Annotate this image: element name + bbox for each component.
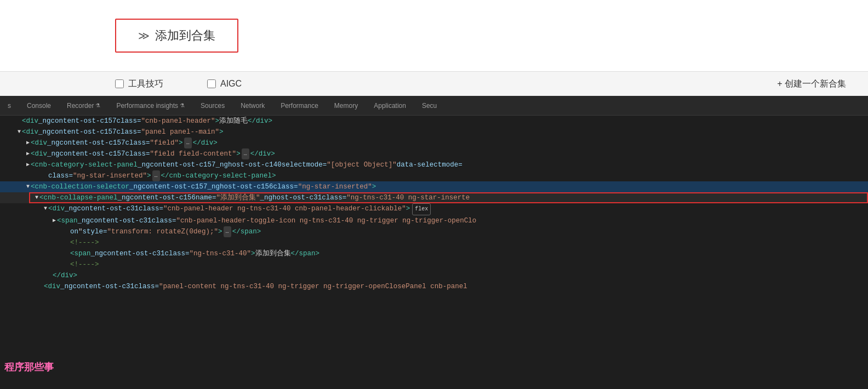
tag-div-header: <div [22, 116, 38, 127]
code-line-15[interactable]: </div> [0, 270, 868, 281]
code-line-4[interactable]: ▶ <div _ngcontent-ost-c157 class="field … [0, 148, 868, 159]
collapse-arrow-9[interactable]: ▼ [44, 203, 47, 214]
tab-sources[interactable]: Sources [193, 96, 233, 115]
tag-open-7: > [372, 181, 376, 192]
close-div-15: </div> [53, 270, 77, 281]
add-to-collection-label: 添加到合集 [155, 27, 215, 44]
tag-span-10: <span [57, 215, 78, 226]
code-line-3[interactable]: ▶ <div _ngcontent-ost-c157 class="field"… [0, 138, 868, 148]
add-to-collection-button[interactable]: ≫ 添加到合集 [115, 19, 238, 53]
closing-div-1: </div> [248, 116, 272, 127]
close-category: </cnb-category-select-panel> [161, 170, 276, 181]
attr-class-8: class= [322, 192, 346, 203]
code-line-1[interactable]: <div _ngcontent-ost-c157 class="cnb-pane… [0, 116, 868, 127]
tools-checkbox[interactable] [115, 79, 124, 88]
flask-icon-recorder: ⚗ [95, 102, 100, 108]
collapse-arrow-8[interactable]: ▼ [35, 192, 38, 203]
code-line-14: <!----> [0, 259, 868, 270]
attr-class-13: class= [165, 248, 190, 259]
val-main: "panel panel--main" [141, 127, 220, 138]
attr-on: on [70, 226, 78, 237]
val-ng-star: "ng-star-inserted" [73, 170, 147, 181]
tab-network[interactable]: Network [233, 96, 273, 115]
tab-s[interactable]: s [0, 96, 19, 115]
attr-ngcontent-8: _ngcontent-ost-c156 [118, 192, 196, 203]
tab-console[interactable]: Console [19, 96, 59, 115]
tab-recorder[interactable]: Recorder ⚗ [59, 96, 108, 115]
val-class-16: "panel-content ng-tns-c31-40 ng-trigger … [159, 281, 467, 292]
tab-memory[interactable]: Memory [327, 96, 366, 115]
ellipsis-6[interactable]: … [152, 170, 160, 181]
code-line-2[interactable]: ▼ <div _ngcontent-ost-c157 class="panel … [0, 127, 868, 138]
tab-console-label: Console [27, 102, 51, 110]
text-add-collection: 添加到合集 [255, 248, 291, 259]
tab-recorder-label: Recorder [67, 102, 94, 110]
code-line-5[interactable]: ▶ <cnb-category-select-panel _ngcontent-… [0, 159, 868, 170]
tab-security[interactable]: Secu [414, 96, 445, 115]
attr-style: style= [83, 226, 107, 237]
ellipsis-11[interactable]: … [224, 226, 231, 237]
attr-class-4: class= [125, 148, 150, 159]
chevron-icon: ≫ [138, 29, 150, 42]
aigc-checkbox[interactable] [207, 79, 216, 88]
ellipsis-3[interactable]: … [184, 138, 192, 148]
attr-ngcontent: _ngcontent-ost-c157 [38, 116, 117, 127]
comment-12: <!----> [70, 237, 99, 248]
code-line-13[interactable]: <span _ngcontent-ost-c31 class="ng-tns-c… [0, 248, 868, 259]
code-line-6[interactable]: class="ng-star-inserted" > … </cnb-categ… [0, 170, 868, 181]
tab-performance-insights[interactable]: Performance insights ⚗ [108, 96, 193, 115]
expand-arrow-10[interactable]: ▶ [53, 215, 56, 226]
attr-ngcontent-10: _ngcontent-ost-c31 [78, 215, 152, 226]
attr-ngcontent-16: _ngcontent-ost-c31 [60, 281, 134, 292]
checkbox-item-aigc[interactable]: AIGC [207, 79, 242, 89]
tag-span-13: <span [70, 248, 91, 259]
attr-class-7: class= [273, 181, 298, 192]
browser-top-area: ≫ 添加到合集 工具技巧 AIGC + 创建一个新合集 [0, 0, 868, 96]
attr-class-2: class= [117, 127, 141, 138]
code-line-12: <!----> [0, 237, 868, 248]
expand-arrow-4[interactable]: ▶ [26, 148, 30, 159]
text-header: 添加随毛 [219, 116, 248, 127]
code-line-9[interactable]: ▼ <div _ngcontent-ost-c31 class="cnb-pan… [0, 203, 868, 215]
tab-s-label: s [8, 102, 11, 110]
tag-open-3: > [179, 138, 183, 148]
attr-class: class= [117, 116, 141, 127]
tag-div-field-content: <div [31, 148, 47, 159]
attr-ngcontent-2: _ngcontent-ost-c157 [38, 127, 117, 138]
ellipsis-4[interactable]: … [242, 148, 249, 159]
tag-close-1: > [215, 116, 220, 127]
collapse-arrow-7[interactable]: ▼ [26, 181, 30, 192]
comment-14: <!----> [70, 259, 99, 270]
attr-nghost-7: _nghost-ost-c156 [208, 181, 273, 192]
code-line-16[interactable]: <div _ngcontent-ost-c31 class="panel-con… [0, 281, 868, 292]
tag-open-4: > [236, 148, 241, 159]
val-class-9: "cnb-panel-header ng-tns-c31-40 cnb-pane… [163, 203, 406, 214]
space-11: " [78, 226, 83, 237]
attr-ngcontent-4: _ngcontent-ost-c157 [47, 148, 125, 159]
close-span-11: </span> [232, 226, 261, 237]
create-new-collection[interactable]: + 创建一个新合集 [777, 78, 846, 90]
tag-div-panel-content: <div [44, 281, 60, 292]
code-line-8[interactable]: ▼ <cnb-collapse-panel _ngcontent-ost-c15… [0, 192, 868, 203]
attr-class-16: class= [134, 281, 159, 292]
code-panel: <div _ngcontent-ost-c157 class="cnb-pane… [0, 116, 868, 389]
create-new-label: + 创建一个新合集 [777, 78, 846, 90]
collapse-arrow-2[interactable]: ▼ [18, 127, 21, 138]
val-class: "cnb-panel-header" [141, 116, 215, 127]
val-selectmode: "[object Object]" [327, 159, 397, 170]
tab-performance[interactable]: Performance [273, 96, 327, 115]
attr-ngcontent-9: _ngcontent-ost-c31 [65, 203, 139, 214]
attr-ngcontent-7: _ngcontent-ost-c157 [129, 181, 208, 192]
code-line-10[interactable]: ▶ <span _ngcontent-ost-c31 class="cnb-pa… [0, 215, 868, 226]
code-line-11[interactable]: on " style="transform: rotateZ(0deg);" >… [0, 226, 868, 237]
tag-open-13: > [251, 248, 255, 259]
attr-ngcontent-13: _ngcontent-ost-c31 [91, 248, 165, 259]
tab-application[interactable]: Application [366, 96, 414, 115]
checkbox-item-tools[interactable]: 工具技巧 [115, 78, 163, 90]
browser-content: ≫ 添加到合集 [0, 0, 868, 71]
expand-arrow-3[interactable]: ▶ [26, 138, 30, 148]
code-line-7[interactable]: ▼ <cnb-collection-selector _ngcontent-os… [0, 181, 868, 192]
expand-arrow-5[interactable]: ▶ [26, 159, 30, 170]
attr-nghost-8: _nghost-ost-c31 [260, 192, 322, 203]
close-div-3: </div> [193, 138, 218, 148]
